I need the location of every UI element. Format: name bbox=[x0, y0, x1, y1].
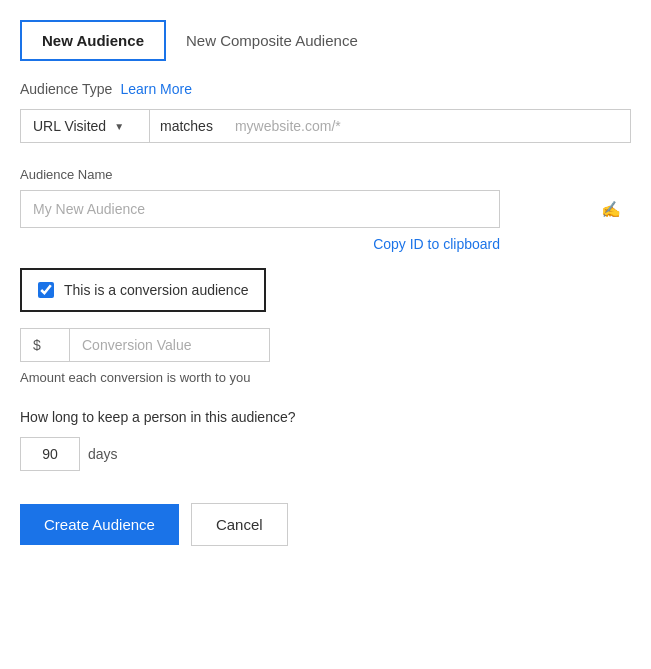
audience-type-row: Audience Type Learn More bbox=[20, 81, 631, 97]
audience-type-label: Audience Type bbox=[20, 81, 112, 97]
tabs-row: New Audience New Composite Audience bbox=[20, 20, 631, 61]
days-input[interactable] bbox=[20, 437, 80, 471]
audience-name-label: Audience Name bbox=[20, 167, 631, 182]
amount-description: Amount each conversion is worth to you bbox=[20, 370, 631, 385]
create-audience-button[interactable]: Create Audience bbox=[20, 504, 179, 545]
conversion-value-row: $ bbox=[20, 328, 631, 362]
learn-more-link[interactable]: Learn More bbox=[120, 81, 192, 97]
conversion-checkbox[interactable] bbox=[38, 282, 54, 298]
url-visited-label: URL Visited bbox=[33, 118, 106, 134]
days-label: days bbox=[88, 446, 118, 462]
edit-icon: ✍ bbox=[601, 200, 621, 219]
tab-new-audience[interactable]: New Audience bbox=[20, 20, 166, 61]
copy-id-row: Copy ID to clipboard bbox=[20, 236, 500, 252]
buttons-row: Create Audience Cancel bbox=[20, 503, 631, 546]
currency-symbol: $ bbox=[20, 328, 70, 362]
url-condition-row: URL Visited ▼ matches bbox=[20, 109, 631, 143]
chevron-down-icon: ▼ bbox=[114, 121, 124, 132]
url-visited-dropdown[interactable]: URL Visited ▼ bbox=[20, 109, 150, 143]
retention-question: How long to keep a person in this audien… bbox=[20, 409, 631, 425]
days-row: days bbox=[20, 437, 631, 471]
conversion-value-input[interactable] bbox=[70, 328, 270, 362]
tab-new-composite-audience[interactable]: New Composite Audience bbox=[166, 22, 378, 59]
url-pattern-input[interactable] bbox=[223, 109, 631, 143]
audience-name-input[interactable] bbox=[20, 190, 500, 228]
copy-id-link[interactable]: Copy ID to clipboard bbox=[373, 236, 500, 252]
matches-label: matches bbox=[150, 109, 223, 143]
audience-name-wrapper: ✍ bbox=[20, 190, 631, 228]
cancel-button[interactable]: Cancel bbox=[191, 503, 288, 546]
conversion-checkbox-box[interactable]: This is a conversion audience bbox=[20, 268, 266, 312]
conversion-label: This is a conversion audience bbox=[64, 282, 248, 298]
